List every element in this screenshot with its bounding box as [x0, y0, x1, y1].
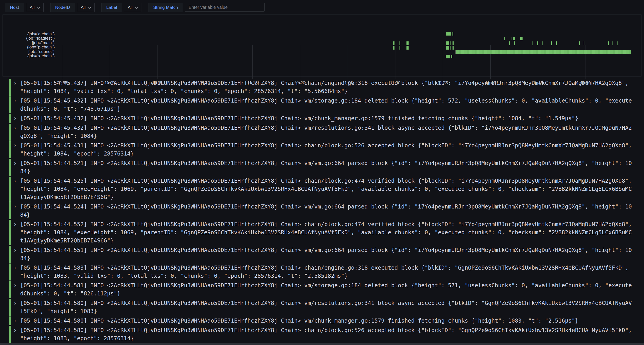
chevron-down-icon [88, 5, 92, 8]
log-row[interactable]: ›[05-01|15:54:45.431] INFO <2AcRkXTLLtQj… [9, 141, 637, 158]
variable-value-host: All [30, 5, 35, 10]
log-volume-bar-jobmain [450, 41, 451, 45]
log-volume-bar-jobmain [612, 41, 613, 45]
log-volume-bar-jobmain [542, 41, 543, 45]
expand-chevron-icon[interactable]: › [14, 124, 16, 132]
expand-chevron-icon[interactable]: › [14, 96, 16, 105]
log-row[interactable]: ›[05-01|15:54:44.583] INFO <2AcRkXTLLtQj… [9, 264, 637, 281]
log-volume-bar-jobx-chain [453, 55, 453, 58]
log-volume-bar-jobmain [618, 41, 618, 45]
log-row[interactable]: ›[05-01|15:54:44.525] INFO <2AcRkXTLLtQj… [9, 177, 637, 202]
expand-chevron-icon[interactable]: › [14, 79, 16, 87]
log-row[interactable]: ›[05-01|15:54:44.524] INFO <2AcRkXTLLtQj… [9, 202, 637, 219]
variable-label-nodeid: NodeID [50, 3, 75, 12]
log-volume-bar-jobmain [537, 41, 538, 45]
log-volume-bar-jobmain [400, 41, 400, 45]
log-volume-bar-jobp-chain [400, 46, 400, 49]
log-volume-bar-jobp-chain [446, 46, 450, 49]
x-gridline [205, 45, 205, 79]
log-list: ›[05-01|15:54:45.437] INFO <2AcRkXTLLtQj… [9, 79, 637, 344]
log-volume-bar-jobmain [393, 41, 394, 45]
log-volume-bar-jobx-chain [446, 55, 450, 58]
chevron-down-icon [135, 5, 138, 8]
log-row[interactable]: ›[05-01|15:54:44.580] INFO <2AcRkXTLLtQj… [9, 299, 637, 316]
x-gridline [110, 45, 110, 79]
log-volume-bar-jobc-chain [454, 32, 454, 35]
variable-value-dropdown-nodeid[interactable]: All [77, 3, 94, 12]
x-gridline [157, 45, 158, 79]
log-volume-bar-jobmain [407, 41, 408, 45]
x-gridline [62, 45, 62, 79]
log-volume-bar-jobmain [584, 41, 584, 45]
x-gridline [252, 45, 253, 79]
log-row[interactable]: ›[05-01|15:54:45.432] INFO <2AcRkXTLLtQj… [9, 114, 637, 123]
log-volume-bar-jobp-chain [452, 46, 453, 49]
log-line-text: [05-01|15:54:44.583] INFO <2AcRkXTLLtQjv… [20, 264, 632, 280]
expand-chevron-icon[interactable]: › [14, 264, 16, 272]
expand-chevron-icon[interactable]: › [14, 317, 16, 325]
expand-chevron-icon[interactable]: › [14, 114, 16, 122]
log-line-text: [05-01|15:54:44.521] INFO <2AcRkXTLLtQjv… [20, 159, 632, 175]
log-volume-bar-jobmain [539, 41, 539, 45]
log-row[interactable]: ›[05-01|15:54:45.432] INFO <2AcRkXTLLtQj… [9, 124, 637, 141]
log-row[interactable]: ›[05-01|15:54:44.580] INFO <2AcRkXTLLtQj… [9, 317, 637, 325]
variable-value-dropdown-host[interactable]: All [26, 3, 44, 12]
log-volume-bar-jobmain [452, 41, 452, 45]
log-row[interactable]: ›[05-01|15:54:45.432] INFO <2AcRkXTLLtQj… [9, 96, 637, 113]
log-volume-bar-jobloadtest [520, 37, 522, 40]
log-row[interactable]: ›[05-01|15:54:44.581] INFO <2AcRkXTLLtQj… [9, 281, 637, 298]
string-match-input[interactable] [185, 3, 265, 11]
log-line-text: [05-01|15:54:44.581] INFO <2AcRkXTLLtQjv… [20, 281, 632, 298]
variable-value-label: All [128, 5, 132, 10]
log-volume-bar-jobp-chain [393, 46, 394, 49]
log-volume-bar-jobp-chain [452, 46, 452, 49]
log-volume-bar-jobmain [509, 41, 510, 45]
expand-chevron-icon[interactable]: › [14, 220, 16, 228]
log-volume-bar-jobmain [532, 41, 533, 45]
expand-chevron-icon[interactable]: › [14, 326, 16, 334]
log-volume-bar-jobmain [454, 41, 454, 45]
log-volume-bar-jobmain [401, 41, 401, 45]
log-line-text: [05-01|15:54:45.432] INFO <2AcRkXTLLtQjv… [20, 114, 632, 122]
log-volume-bar-jobmain [556, 41, 557, 45]
log-row[interactable]: ›[05-01|15:54:44.580] INFO <2AcRkXTLLtQj… [9, 326, 637, 343]
log-row[interactable]: ›[05-01|15:54:44.521] INFO <2AcRkXTLLtQj… [9, 159, 637, 176]
log-row[interactable]: ›[05-01|15:54:44.551] INFO <2AcRkXTLLtQj… [9, 246, 637, 263]
log-volume-bar-jobp-chain [407, 46, 408, 49]
log-volume-bar-jobloadtest [504, 37, 505, 40]
expand-chevron-icon[interactable]: › [14, 299, 16, 307]
variables-toolbar: HostAllNodeIDAllLabelAll String Match [5, 3, 272, 12]
x-gridline [443, 45, 443, 79]
variable-label-host: Host [5, 3, 24, 12]
log-volume-bar-jobsubnet [455, 50, 631, 54]
variable-filters: HostAllNodeIDAllLabelAll [5, 3, 148, 12]
expand-chevron-icon[interactable]: › [14, 202, 16, 211]
log-volume-bar-jobp-chain [394, 46, 395, 49]
log-volume-bar-jobmain [579, 41, 580, 45]
expand-chevron-icon[interactable]: › [14, 246, 16, 254]
log-row[interactable]: ›[05-01|15:54:45.437] INFO <2AcRkXTLLtQj… [9, 79, 637, 96]
variable-label-string-match: String Match [148, 3, 183, 12]
log-volume-bar-jobmain [394, 41, 395, 45]
log-volume-bar-jobmain [551, 41, 552, 45]
expand-chevron-icon[interactable]: › [14, 141, 16, 149]
log-volume-bar-jobmain [514, 41, 514, 45]
log-volume-bar-jobc-chain [446, 32, 451, 35]
chevron-down-icon [37, 5, 40, 8]
expand-chevron-icon[interactable]: › [14, 177, 16, 185]
log-volume-bar-jobloadtest [513, 37, 515, 40]
log-volume-bar-jobx-chain [452, 55, 452, 58]
log-line-text: [05-01|15:54:45.437] INFO <2AcRkXTLLtQjv… [20, 79, 632, 95]
log-volume-bar-jobmain [446, 41, 450, 45]
log-row[interactable]: ›[05-01|15:54:44.552] INFO <2AcRkXTLLtQj… [9, 220, 637, 245]
variable-filter-host: HostAll [5, 3, 44, 12]
log-line-text: [05-01|15:54:44.525] INFO <2AcRkXTLLtQjv… [20, 177, 632, 201]
variable-label-label: Label [101, 3, 122, 12]
variable-value-dropdown-label[interactable]: All [124, 3, 142, 12]
log-volume-bar-jobmain [452, 41, 453, 45]
expand-chevron-icon[interactable]: › [14, 281, 16, 289]
log-volume-bar-jobc-chain [452, 32, 452, 35]
horizontal-scrollbar[interactable] [0, 343, 644, 345]
log-line-text: [05-01|15:54:45.432] INFO <2AcRkXTLLtQjv… [20, 97, 632, 113]
expand-chevron-icon[interactable]: › [14, 159, 16, 167]
